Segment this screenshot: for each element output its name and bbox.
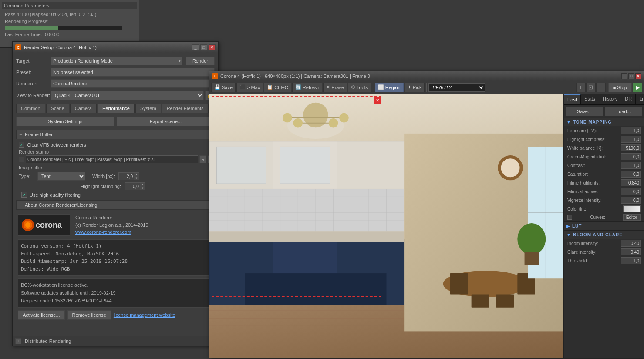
play-btn[interactable]: ▶ <box>633 83 642 92</box>
corona-website-link[interactable]: www.corona-renderer.com <box>75 228 148 236</box>
save-icon: 💾 <box>214 84 220 90</box>
tab-dr[interactable]: DR <box>621 94 636 104</box>
curves-editor-btn[interactable]: Editor <box>623 214 641 221</box>
vfb-titlebar: C Corona 4 (Hotfix 1) | 640×480px (1:1) … <box>209 71 644 81</box>
exposure-input[interactable] <box>621 127 641 134</box>
lut-arrow-icon: ▶ <box>566 224 570 228</box>
vfb-maximize-btn[interactable]: □ <box>628 73 634 79</box>
save-btn[interactable]: 💾 Save <box>211 83 236 92</box>
stop-btn[interactable]: ■ Stop <box>608 83 632 92</box>
color-tint-swatch[interactable] <box>623 205 641 212</box>
exposure-row: Exposure (EV): <box>564 126 644 135</box>
erase-btn[interactable]: ✕ Erase <box>323 83 347 92</box>
filter-width-up[interactable]: ▲ <box>134 173 139 176</box>
frame-buffer-section-header[interactable]: − Frame Buffer <box>16 130 215 139</box>
about-minus-icon: − <box>19 202 22 208</box>
preset-row: Preset: No preset selected ▼ <box>16 68 215 77</box>
tone-mapping-header[interactable]: ▼ TONE MAPPING <box>564 118 644 126</box>
panel-load-btn[interactable]: Load... <box>605 107 642 116</box>
erase-icon: ✕ <box>326 84 330 90</box>
filter-type-select[interactable]: Tent <box>37 172 85 181</box>
hc-down[interactable]: ▼ <box>140 186 145 190</box>
render-button[interactable]: Render <box>186 57 215 65</box>
vfb-separator-2 <box>426 83 427 92</box>
about-section-header[interactable]: − About Corona Renderer/Licensing <box>16 200 215 210</box>
curves-checkbox[interactable] <box>567 215 572 220</box>
threshold-input[interactable] <box>621 257 641 264</box>
corona-name: Corona Renderer <box>75 214 148 221</box>
vignette-input[interactable] <box>621 197 641 204</box>
use-hq-row: Use high quality filtering <box>19 192 215 198</box>
region-btn[interactable]: ⬜ Region <box>375 83 404 92</box>
region-icon: ⬜ <box>378 84 384 90</box>
contrast-input[interactable] <box>621 162 641 169</box>
filmic-highlights-input[interactable] <box>621 179 641 186</box>
glare-intensity-input[interactable] <box>621 248 641 255</box>
bloom-intensity-input[interactable] <box>621 240 641 247</box>
tab-performance[interactable]: Performance <box>98 104 135 113</box>
remove-license-btn[interactable]: Remove license <box>67 310 111 320</box>
rs-bottom-expand-btn[interactable]: + <box>15 338 21 344</box>
pick-btn[interactable]: ✦ Pick <box>405 83 425 92</box>
zoom-fit-btn[interactable]: ⊡ <box>586 83 596 92</box>
filter-width-down[interactable]: ▼ <box>134 176 139 180</box>
target-select[interactable]: Production Rendering Mode <box>51 57 182 65</box>
gm-tint-input[interactable] <box>621 153 641 160</box>
vfb-close-btn[interactable]: ✕ <box>635 73 641 79</box>
stamp-r-btn[interactable]: R <box>199 155 206 163</box>
tab-render-elements[interactable]: Render Elements <box>162 104 209 113</box>
clear-vfb-row: Clear VFB between renders <box>16 142 215 148</box>
render-stamp-checkbox[interactable] <box>19 157 24 162</box>
refresh-btn[interactable]: 🔄 Refresh <box>292 83 323 92</box>
zoom-in-btn[interactable]: + <box>576 83 586 92</box>
render-stamp-input[interactable] <box>26 155 198 163</box>
about-label: About Corona Renderer/Licensing <box>25 202 97 208</box>
panel-save-btn[interactable]: Save... <box>566 107 603 116</box>
vfb-minimize-btn[interactable]: _ <box>621 73 627 79</box>
tab-common[interactable]: Common <box>16 104 45 113</box>
bloom-glare-header[interactable]: ▼ BLOOM AND GLARE <box>564 231 644 239</box>
lut-header[interactable]: ▶ LUT <box>564 222 644 230</box>
renderer-row: Renderer: CoronaRenderer ▼ <box>16 79 215 88</box>
system-settings-btn[interactable]: System Settings <box>16 117 114 126</box>
filter-width-input[interactable] <box>118 172 134 180</box>
tab-system[interactable]: System <box>135 104 161 113</box>
rs-maximize-btn[interactable]: □ <box>200 44 207 50</box>
renderer-label: Renderer: <box>16 81 51 86</box>
saturation-row: Saturation: <box>564 170 644 178</box>
white-balance-input[interactable] <box>621 144 641 151</box>
tab-scene[interactable]: Scene <box>46 104 69 113</box>
tab-history[interactable]: History <box>599 94 621 104</box>
max-btn[interactable]: ⬛ > Max <box>236 83 263 92</box>
highlight-clamping-input[interactable] <box>125 182 140 190</box>
vignette-row: Vignette intensity: <box>564 196 644 205</box>
rs-close-btn[interactable]: ✕ <box>209 44 216 50</box>
corona-copyright: (c) Render Legion a.s., 2014-2019 <box>75 221 148 229</box>
vfb-canvas-area[interactable]: ✕ <box>209 94 563 358</box>
license-management-link[interactable]: license management website <box>114 312 175 318</box>
highlight-compress-input[interactable] <box>621 136 641 143</box>
activate-license-btn[interactable]: Activate license... <box>18 310 65 320</box>
hc-up[interactable]: ▲ <box>140 183 145 186</box>
tools-btn[interactable]: ⚙ Tools <box>348 83 371 92</box>
filmic-shadows-input[interactable] <box>621 188 641 195</box>
use-hq-checkbox[interactable] <box>21 192 27 198</box>
saturation-input[interactable] <box>621 171 641 178</box>
clear-vfb-checkbox[interactable] <box>19 142 24 148</box>
view-select[interactable]: Quad 4 - Camera001 <box>51 91 204 100</box>
rs-minimize-btn[interactable]: _ <box>192 44 199 50</box>
preset-select[interactable]: No preset selected <box>51 68 215 77</box>
tab-stats[interactable]: Stats <box>581 94 599 104</box>
tab-li[interactable]: Li <box>636 94 644 104</box>
export-scene-btn[interactable]: Export scene... <box>117 117 215 126</box>
tab-post[interactable]: Post <box>564 94 581 104</box>
selection-close-btn[interactable]: ✕ <box>374 97 381 104</box>
tab-camera[interactable]: Camera <box>70 104 97 113</box>
progress-label: Rendering Progress: <box>2 18 137 25</box>
vfb-right-panel: Post Stats History DR Li Save... Load...… <box>563 94 644 358</box>
beauty-select[interactable]: BEAUTY <box>428 83 485 92</box>
renderer-select[interactable]: CoronaRenderer <box>51 79 215 88</box>
tm-arrow-icon: ▼ <box>566 120 571 124</box>
zoom-out-btn[interactable]: − <box>596 83 606 92</box>
copy-btn[interactable]: 📋 Ctrl+C <box>264 83 291 92</box>
